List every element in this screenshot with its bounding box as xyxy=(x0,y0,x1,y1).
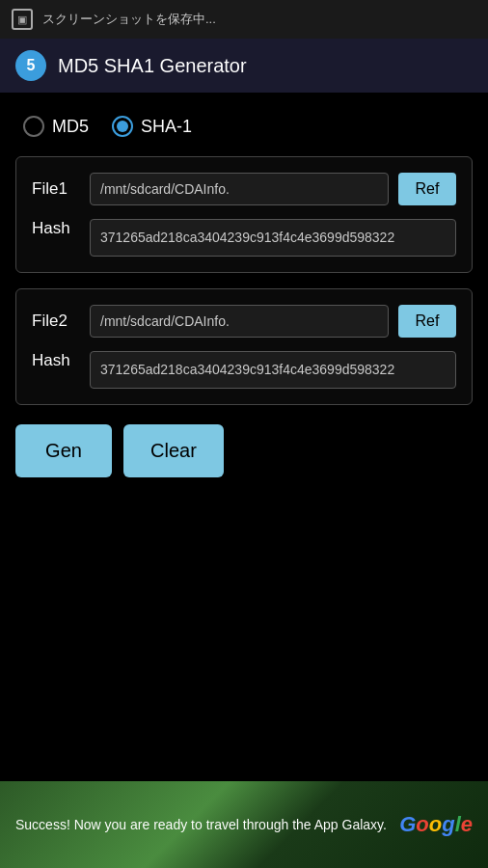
google-logo: Google xyxy=(399,812,473,837)
clear-button[interactable]: Clear xyxy=(123,424,224,477)
screenshot-icon: ▣ xyxy=(12,9,33,30)
file2-hash-label: Hash xyxy=(32,351,80,370)
file1-ref-button[interactable]: Ref xyxy=(398,173,456,205)
hash-type-radio-group: MD5 SHA-1 xyxy=(15,112,473,141)
file1-card: File1 /mnt/sdcard/CDAInfo. Ref Hash 3712… xyxy=(15,156,473,273)
sha1-radio-circle[interactable] xyxy=(112,116,133,137)
ad-banner: Success! Now you are ready to travel thr… xyxy=(0,781,488,868)
file1-hash-label: Hash xyxy=(32,219,80,238)
file2-path-input[interactable]: /mnt/sdcard/CDAInfo. xyxy=(90,305,389,338)
file2-hash-row: Hash 371265ad218ca3404239c913f4c4e3699d5… xyxy=(32,351,456,389)
file2-hash-value: 371265ad218ca3404239c913f4c4e3699d598322 xyxy=(90,351,456,389)
file1-hash-value: 371265ad218ca3404239c913f4c4e3699d598322 xyxy=(90,219,456,257)
file1-hash-row: Hash 371265ad218ca3404239c913f4c4e3699d5… xyxy=(32,219,456,257)
file1-label: File1 xyxy=(32,179,80,199)
main-content: MD5 SHA-1 File1 /mnt/sdcard/CDAInfo. Ref… xyxy=(0,93,488,501)
file2-ref-button[interactable]: Ref xyxy=(398,305,456,338)
ad-text: Success! Now you are ready to travel thr… xyxy=(15,817,387,832)
ad-text-container: Success! Now you are ready to travel thr… xyxy=(15,815,388,835)
md5-radio-option[interactable]: MD5 xyxy=(23,116,89,137)
file2-row: File2 /mnt/sdcard/CDAInfo. Ref xyxy=(32,305,456,338)
status-bar-text: スクリーンショットを保存中... xyxy=(42,11,216,28)
status-bar: ▣ スクリーンショットを保存中... xyxy=(0,0,488,39)
md5-radio-label: MD5 xyxy=(52,117,89,137)
sha1-radio-option[interactable]: SHA-1 xyxy=(112,116,192,137)
action-buttons: Gen Clear xyxy=(15,420,473,481)
md5-radio-circle[interactable] xyxy=(23,116,44,137)
app-title: MD5 SHA1 Generator xyxy=(58,55,247,77)
gen-button[interactable]: Gen xyxy=(15,424,112,477)
file1-path-input[interactable]: /mnt/sdcard/CDAInfo. xyxy=(90,173,389,205)
app-icon: 5 xyxy=(15,50,46,81)
sha1-radio-label: SHA-1 xyxy=(141,117,192,137)
file2-label: File2 xyxy=(32,312,80,331)
file1-row: File1 /mnt/sdcard/CDAInfo. Ref xyxy=(32,173,456,205)
file2-card: File2 /mnt/sdcard/CDAInfo. Ref Hash 3712… xyxy=(15,288,473,405)
title-bar: 5 MD5 SHA1 Generator xyxy=(0,39,488,93)
